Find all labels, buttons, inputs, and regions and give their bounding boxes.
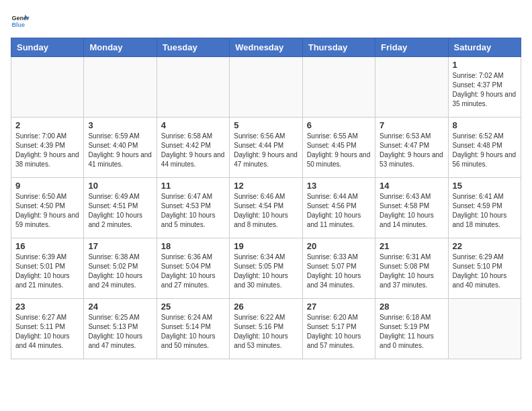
day-number: 3 [88,120,152,130]
calendar-cell: 12Sunrise: 6:46 AM Sunset: 4:54 PM Dayli… [230,178,302,238]
calendar-cell: 27Sunrise: 6:20 AM Sunset: 5:17 PM Dayli… [302,299,375,359]
day-info: Sunrise: 6:53 AM Sunset: 4:47 PM Dayligh… [380,132,443,169]
calendar-cell: 22Sunrise: 6:29 AM Sunset: 5:10 PM Dayli… [448,238,521,299]
calendar-cell: 16Sunrise: 6:39 AM Sunset: 5:01 PM Dayli… [11,238,84,299]
day-info: Sunrise: 6:55 AM Sunset: 4:45 PM Dayligh… [307,132,371,169]
calendar-cell: 15Sunrise: 6:41 AM Sunset: 4:59 PM Dayli… [448,178,521,238]
day-number: 22 [453,241,517,251]
day-info: Sunrise: 6:59 AM Sunset: 4:40 PM Dayligh… [88,132,152,169]
day-number: 5 [234,120,298,130]
header-day-monday: Monday [84,38,157,57]
calendar-cell: 11Sunrise: 6:47 AM Sunset: 4:53 PM Dayli… [157,178,229,238]
calendar-cell: 8Sunrise: 6:52 AM Sunset: 4:48 PM Daylig… [448,118,521,178]
day-info: Sunrise: 6:36 AM Sunset: 5:04 PM Dayligh… [161,253,225,290]
header-day-thursday: Thursday [302,38,375,57]
day-info: Sunrise: 6:27 AM Sunset: 5:11 PM Dayligh… [15,313,79,351]
day-number: 2 [15,120,79,130]
week-row-0: 1Sunrise: 7:02 AM Sunset: 4:37 PM Daylig… [11,57,521,118]
day-number: 14 [380,181,443,191]
week-row-2: 9Sunrise: 6:50 AM Sunset: 4:50 PM Daylig… [11,178,521,238]
day-info: Sunrise: 7:00 AM Sunset: 4:39 PM Dayligh… [15,132,79,169]
calendar-cell: 19Sunrise: 6:34 AM Sunset: 5:05 PM Dayli… [230,238,302,299]
day-number: 23 [15,302,79,312]
day-info: Sunrise: 6:33 AM Sunset: 5:07 PM Dayligh… [307,253,371,290]
day-info: Sunrise: 6:34 AM Sunset: 5:05 PM Dayligh… [234,253,298,290]
calendar-cell: 21Sunrise: 6:31 AM Sunset: 5:08 PM Dayli… [375,238,448,299]
day-number: 24 [88,302,152,312]
day-number: 17 [88,241,152,251]
calendar-cell [448,299,521,359]
day-number: 28 [380,302,443,312]
calendar-cell [157,57,229,118]
day-info: Sunrise: 6:44 AM Sunset: 4:56 PM Dayligh… [307,192,371,230]
calendar-cell [11,57,84,118]
day-info: Sunrise: 6:49 AM Sunset: 4:51 PM Dayligh… [88,192,152,230]
day-info: Sunrise: 7:02 AM Sunset: 4:37 PM Dayligh… [453,71,517,109]
calendar-cell: 1Sunrise: 7:02 AM Sunset: 4:37 PM Daylig… [448,57,521,118]
calendar-cell: 14Sunrise: 6:43 AM Sunset: 4:58 PM Dayli… [375,178,448,238]
day-info: Sunrise: 6:18 AM Sunset: 5:19 PM Dayligh… [380,313,443,351]
header-day-sunday: Sunday [11,38,84,57]
day-number: 1 [453,60,517,70]
week-row-3: 16Sunrise: 6:39 AM Sunset: 5:01 PM Dayli… [11,238,521,299]
calendar-cell: 20Sunrise: 6:33 AM Sunset: 5:07 PM Dayli… [302,238,375,299]
day-info: Sunrise: 6:20 AM Sunset: 5:17 PM Dayligh… [307,313,371,351]
calendar-cell: 23Sunrise: 6:27 AM Sunset: 5:11 PM Dayli… [11,299,84,359]
calendar-cell: 5Sunrise: 6:56 AM Sunset: 4:44 PM Daylig… [230,118,302,178]
day-number: 20 [307,241,371,251]
calendar-cell: 28Sunrise: 6:18 AM Sunset: 5:19 PM Dayli… [375,299,448,359]
header-day-tuesday: Tuesday [157,38,229,57]
day-number: 10 [88,181,152,191]
calendar-cell: 4Sunrise: 6:58 AM Sunset: 4:42 PM Daylig… [157,118,229,178]
day-info: Sunrise: 6:31 AM Sunset: 5:08 PM Dayligh… [380,253,443,290]
logo-icon: General Blue [11,11,30,30]
day-info: Sunrise: 6:47 AM Sunset: 4:53 PM Dayligh… [161,192,225,230]
day-number: 19 [234,241,298,251]
header-day-saturday: Saturday [448,38,521,57]
day-info: Sunrise: 6:58 AM Sunset: 4:42 PM Dayligh… [161,132,225,169]
day-info: Sunrise: 6:50 AM Sunset: 4:50 PM Dayligh… [15,192,79,230]
day-number: 8 [453,120,517,130]
day-info: Sunrise: 6:38 AM Sunset: 5:02 PM Dayligh… [88,253,152,290]
calendar-cell [375,57,448,118]
day-number: 16 [15,241,79,251]
day-info: Sunrise: 6:25 AM Sunset: 5:13 PM Dayligh… [88,313,152,351]
logo: General Blue [11,11,32,30]
svg-text:Blue: Blue [11,21,25,28]
calendar-cell: 25Sunrise: 6:24 AM Sunset: 5:14 PM Dayli… [157,299,229,359]
day-number: 25 [161,302,225,312]
day-info: Sunrise: 6:29 AM Sunset: 5:10 PM Dayligh… [453,253,517,290]
day-info: Sunrise: 6:46 AM Sunset: 4:54 PM Dayligh… [234,192,298,230]
calendar-cell: 7Sunrise: 6:53 AM Sunset: 4:47 PM Daylig… [375,118,448,178]
day-number: 27 [307,302,371,312]
calendar-cell: 6Sunrise: 6:55 AM Sunset: 4:45 PM Daylig… [302,118,375,178]
calendar-cell: 13Sunrise: 6:44 AM Sunset: 4:56 PM Dayli… [302,178,375,238]
day-number: 15 [453,181,517,191]
calendar-cell [302,57,375,118]
calendar-cell: 9Sunrise: 6:50 AM Sunset: 4:50 PM Daylig… [11,178,84,238]
day-number: 7 [380,120,443,130]
header-day-friday: Friday [375,38,448,57]
calendar-cell [230,57,302,118]
day-number: 11 [161,181,225,191]
week-row-1: 2Sunrise: 7:00 AM Sunset: 4:39 PM Daylig… [11,118,521,178]
week-row-4: 23Sunrise: 6:27 AM Sunset: 5:11 PM Dayli… [11,299,521,359]
calendar-body: 1Sunrise: 7:02 AM Sunset: 4:37 PM Daylig… [11,57,521,359]
calendar-cell: 2Sunrise: 7:00 AM Sunset: 4:39 PM Daylig… [11,118,84,178]
day-number: 12 [234,181,298,191]
header-day-wednesday: Wednesday [230,38,302,57]
calendar-cell: 24Sunrise: 6:25 AM Sunset: 5:13 PM Dayli… [84,299,157,359]
day-info: Sunrise: 6:43 AM Sunset: 4:58 PM Dayligh… [380,192,443,230]
day-number: 18 [161,241,225,251]
day-info: Sunrise: 6:41 AM Sunset: 4:59 PM Dayligh… [453,192,517,230]
day-number: 6 [307,120,371,130]
calendar-cell: 17Sunrise: 6:38 AM Sunset: 5:02 PM Dayli… [84,238,157,299]
calendar-cell: 10Sunrise: 6:49 AM Sunset: 4:51 PM Dayli… [84,178,157,238]
calendar-header-row: SundayMondayTuesdayWednesdayThursdayFrid… [11,38,521,57]
calendar-cell [84,57,157,118]
day-number: 13 [307,181,371,191]
calendar-cell: 3Sunrise: 6:59 AM Sunset: 4:40 PM Daylig… [84,118,157,178]
header: General Blue [11,11,521,30]
day-info: Sunrise: 6:52 AM Sunset: 4:48 PM Dayligh… [453,132,517,169]
calendar-cell: 26Sunrise: 6:22 AM Sunset: 5:16 PM Dayli… [230,299,302,359]
